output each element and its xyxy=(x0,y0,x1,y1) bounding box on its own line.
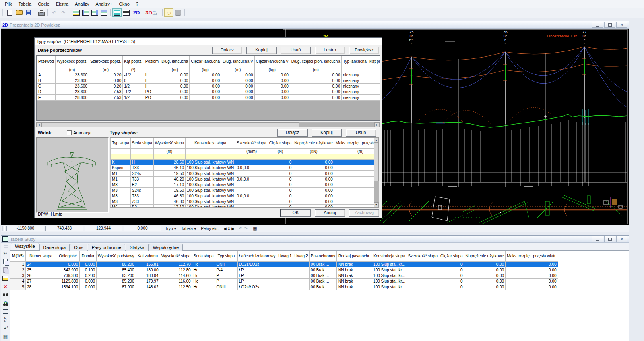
cell[interactable]: 0.000 xyxy=(80,284,97,290)
cell[interactable] xyxy=(334,154,374,160)
cell[interactable] xyxy=(235,154,268,160)
table-row[interactable]: 225342.9000.10085.400180.00112.80HcP-4ŁP… xyxy=(10,267,558,273)
cell[interactable]: C xyxy=(37,84,56,89)
menu-item-7[interactable]: Okno xyxy=(116,1,132,7)
cell[interactable]: 0.00 xyxy=(293,188,334,193)
cell[interactable]: 0.00 xyxy=(160,89,190,95)
cell[interactable]: ŁP xyxy=(237,267,277,273)
cell[interactable]: 1129.800 xyxy=(56,279,80,284)
table-button[interactable]: ▦ xyxy=(2,332,10,341)
cell[interactable]: NN brak xyxy=(337,279,372,284)
cell[interactable] xyxy=(407,267,439,273)
table-row[interactable]: KH28.60100 Słup stal. kratowy WN00.000.0… xyxy=(111,160,374,165)
cell[interactable]: 1/2 xyxy=(123,84,144,89)
minimize-button[interactable] xyxy=(592,236,603,242)
fullscreen-button[interactable]: Pełny ekr. xyxy=(198,226,221,231)
cell[interactable]: M1 xyxy=(111,171,131,177)
cell[interactable]: 0.200 xyxy=(80,273,97,279)
cell[interactable]: 26 xyxy=(26,273,56,279)
table-dropdown[interactable]: Tabela▾ xyxy=(179,226,199,231)
cell[interactable]: 155.81 xyxy=(136,262,160,267)
cell[interactable]: ŁP xyxy=(237,273,277,279)
cell[interactable]: 28.600 xyxy=(55,89,89,95)
undo-icon[interactable]: ↶ xyxy=(238,226,243,231)
cell[interactable]: 0 xyxy=(123,78,144,84)
cell[interactable]: 0.00 xyxy=(221,72,255,78)
cell[interactable]: ŁO2s/ŁO2s xyxy=(237,262,277,267)
menu-item-2[interactable]: Tabela xyxy=(15,1,35,7)
table-row[interactable]: M1T3346.20100 Słup stal. kratowy WN0.0,0… xyxy=(111,177,374,182)
cell[interactable]: NN brak xyxy=(337,267,372,273)
cell[interactable]: Hc xyxy=(192,279,215,284)
cell[interactable]: 0.00 xyxy=(190,72,221,78)
cell[interactable]: 100 Słup stal. kratowy WN xyxy=(186,165,235,171)
animation-checkbox[interactable] xyxy=(67,130,72,135)
cell[interactable]: -1/2 xyxy=(123,72,144,78)
cell[interactable]: 0.000 xyxy=(56,262,80,267)
cell[interactable] xyxy=(277,279,293,284)
cell[interactable]: 4 xyxy=(10,279,26,284)
cell[interactable]: 0.00 xyxy=(334,199,374,205)
cell[interactable]: 100 Słup stal. kratowy WN xyxy=(186,177,235,182)
cell[interactable] xyxy=(407,273,439,279)
cell[interactable]: I xyxy=(144,72,160,78)
cell[interactable]: Hc xyxy=(192,273,215,279)
cell[interactable]: 100 Słup stal. kratowy WN xyxy=(186,171,235,177)
cell[interactable] xyxy=(186,154,235,160)
toolbar-grip[interactable] xyxy=(4,245,8,248)
table-row[interactable]: M1S24s19.50100 Słup stal. kratowy WN00.0… xyxy=(111,171,374,177)
cell[interactable]: 5 xyxy=(10,284,26,290)
cell[interactable]: 0.00 xyxy=(254,84,290,89)
cell[interactable]: 0.00 xyxy=(160,72,190,78)
cell[interactable]: 0.00 xyxy=(190,89,221,95)
cell[interactable]: H xyxy=(130,160,153,165)
table-row[interactable]: 326739.3000.20083.200180.04114.60HcPŁP00… xyxy=(10,273,558,279)
cell[interactable]: NN brak xyxy=(337,262,372,267)
undo-button[interactable]: ↶ xyxy=(50,8,59,17)
cell[interactable] xyxy=(293,284,309,290)
cell[interactable]: 0.00 xyxy=(464,273,506,279)
find-next-button[interactable] xyxy=(2,299,10,308)
cell[interactable]: 0.00 xyxy=(334,182,374,188)
table-row[interactable]: E28.6007.531/2PO0.000.000.000.000.00niez… xyxy=(37,95,381,101)
grid-view-button[interactable] xyxy=(122,8,131,17)
cell[interactable] xyxy=(277,284,293,290)
cell[interactable]: 0.00 xyxy=(190,95,221,101)
new-file-button[interactable] xyxy=(5,8,14,17)
cell[interactable]: P xyxy=(215,279,237,284)
cell[interactable]: 46.20 xyxy=(153,177,185,182)
cell[interactable]: 0 xyxy=(268,188,293,193)
cell[interactable]: P-4 xyxy=(215,267,237,273)
cell[interactable]: 100 Słup stal. kratowy WN xyxy=(186,199,235,205)
cell[interactable]: T33 xyxy=(130,165,153,171)
cell[interactable]: T33 xyxy=(130,193,153,199)
cell[interactable]: A xyxy=(37,72,56,78)
open-file-button[interactable] xyxy=(14,8,24,17)
minimize-button[interactable] xyxy=(592,22,603,28)
cell[interactable]: 85.400 xyxy=(97,267,136,273)
cell[interactable]: 2 xyxy=(10,267,26,273)
scrollbar-thumb[interactable] xyxy=(374,143,379,181)
cell[interactable]: 100 Słup stal. kratowy WN xyxy=(186,182,235,188)
delete-button[interactable]: Usuń xyxy=(281,47,311,54)
sort-button[interactable]: AZ↓ xyxy=(2,316,10,324)
cell[interactable]: 0 xyxy=(439,273,464,279)
cell[interactable]: 0.00 xyxy=(190,84,221,89)
cell[interactable]: 87.900 xyxy=(97,284,136,290)
mirror-button[interactable]: Lustro xyxy=(315,47,345,54)
maximize-button[interactable] xyxy=(604,22,615,28)
cell[interactable]: 19.50 xyxy=(153,188,185,193)
cell[interactable]: 0.00 xyxy=(89,78,122,84)
cell[interactable]: 0.00 xyxy=(221,84,255,89)
cell[interactable] xyxy=(277,273,293,279)
cell[interactable]: 0.00 xyxy=(293,193,334,199)
add-node-button[interactable]: ＋* xyxy=(2,324,10,333)
tab-2[interactable]: Dane słupa xyxy=(39,244,70,251)
table-row[interactable]: M6B217.10100 Słup stal. kratowy WN00.000… xyxy=(111,205,374,208)
table-copy-button[interactable] xyxy=(81,8,90,17)
cell[interactable]: 0.0,0.0 xyxy=(235,165,268,171)
cell[interactable]: 0.00 xyxy=(221,95,255,101)
cell[interactable]: B xyxy=(37,78,56,84)
cell[interactable]: 25 xyxy=(26,267,56,273)
cell[interactable] xyxy=(235,182,268,188)
